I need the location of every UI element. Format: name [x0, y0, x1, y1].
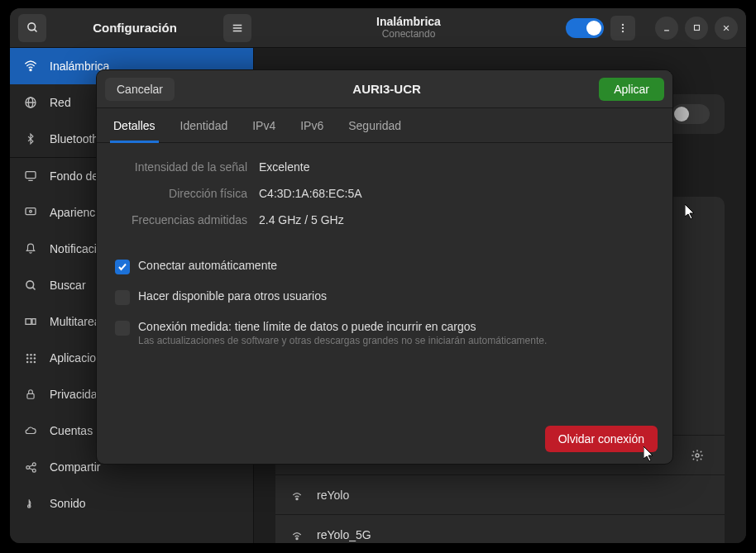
network-row[interactable]: reYolo_5G [275, 514, 725, 543]
svg-line-37 [29, 465, 32, 466]
network-name: reYolo_5G [317, 528, 371, 541]
grid-icon [23, 352, 38, 365]
maximize-button[interactable] [685, 17, 708, 40]
svg-point-5 [622, 23, 624, 25]
hamburger-icon [232, 22, 243, 34]
svg-point-34 [26, 465, 29, 469]
metered-sublabel: Las actualizaciones de software y otras … [138, 335, 547, 346]
mac-value: C4:3D:1A:68:EC:5A [259, 187, 362, 200]
sound-icon [23, 497, 38, 510]
multi-icon [23, 315, 38, 328]
maximize-icon [693, 24, 701, 31]
sidebar-item-label: Sonido [50, 497, 86, 510]
freq-value: 2.4 GHz / 5 GHz [259, 213, 344, 226]
globe-icon [23, 96, 38, 109]
svg-point-28 [30, 357, 32, 360]
svg-point-42 [296, 498, 298, 499]
sidebar-item[interactable]: Sonido [10, 485, 253, 522]
cloud-icon [23, 425, 38, 436]
svg-rect-16 [26, 172, 36, 179]
tab-detalles[interactable]: Detalles [113, 108, 156, 142]
wifi-toggle[interactable] [566, 18, 604, 38]
svg-point-19 [30, 210, 32, 212]
signal-label: Intensidad de la señal [115, 160, 247, 174]
sidebar-item-label: Red [50, 96, 71, 109]
page-title: Inalámbrica [376, 16, 441, 28]
svg-rect-9 [694, 26, 699, 31]
checkbox-icon [115, 290, 130, 305]
search-button[interactable] [18, 14, 46, 42]
svg-line-38 [29, 468, 32, 470]
page-subtitle: Conectando [382, 29, 436, 40]
svg-line-1 [34, 29, 36, 31]
tab-ipv4[interactable]: IPv4 [252, 108, 275, 142]
svg-point-20 [26, 280, 33, 288]
bell-icon [23, 242, 38, 255]
share-check[interactable]: Hacer disponible para otros usuarios [115, 286, 654, 308]
signal-value: Excelente [259, 160, 309, 174]
cancel-button[interactable]: Cancelar [105, 78, 175, 101]
more-button[interactable] [610, 16, 635, 41]
tab-ipv6[interactable]: IPv6 [300, 108, 323, 142]
wifi-signal-icon [290, 528, 305, 541]
titlebar: Configuración Inalámbrica Conectando [10, 8, 746, 48]
dialog-title: AURI3-UCR [175, 82, 599, 96]
svg-line-21 [32, 287, 35, 289]
display-icon [23, 169, 38, 183]
bt-icon [23, 132, 38, 145]
svg-point-35 [32, 462, 36, 465]
svg-rect-23 [32, 319, 36, 325]
sidebar-item-label: Bluetooth [50, 132, 98, 145]
svg-point-12 [30, 69, 31, 71]
sidebar-item-label: Multitarea [50, 315, 100, 328]
dots-vertical-icon [617, 22, 629, 34]
svg-point-29 [33, 357, 36, 360]
tab-identidad[interactable]: Identidad [180, 108, 228, 142]
forget-button[interactable]: Olvidar conexión [545, 426, 658, 452]
svg-point-30 [26, 360, 28, 363]
hamburger-button[interactable] [223, 14, 251, 42]
appearance-icon [23, 206, 38, 219]
wifi-icon [23, 60, 38, 73]
svg-point-27 [26, 357, 28, 360]
checkbox-icon [115, 321, 130, 336]
auto-connect-label: Conectar automáticamente [138, 259, 277, 272]
metered-label: Conexión medida: tiene límite de datos o… [138, 320, 476, 333]
network-row[interactable]: reYolo [275, 474, 725, 514]
auto-connect-check[interactable]: Conectar automáticamente [115, 255, 654, 278]
tab-seguridad[interactable]: Seguridad [348, 108, 401, 142]
wifi-signal-icon [290, 489, 305, 502]
search-icon [26, 21, 39, 34]
network-name: reYolo [317, 489, 349, 502]
dialog-body: Intensidad de la señal Excelente Direcci… [97, 143, 672, 414]
close-icon [722, 24, 730, 32]
svg-point-43 [296, 537, 298, 539]
close-button[interactable] [715, 17, 738, 40]
svg-point-25 [30, 353, 32, 355]
mac-label: Dirección física [115, 187, 247, 200]
apply-button[interactable]: Aplicar [599, 78, 664, 101]
minimize-icon [663, 24, 671, 32]
svg-point-0 [27, 23, 35, 31]
svg-point-26 [33, 353, 36, 355]
share-label: Hacer disponible para otros usuarios [138, 289, 327, 303]
app-title: Configuración [55, 21, 215, 35]
network-settings-button[interactable] [685, 443, 710, 468]
sidebar-item-label: Compartir [50, 460, 100, 474]
share-icon [23, 461, 38, 474]
svg-point-36 [32, 469, 36, 472]
svg-rect-18 [26, 208, 36, 215]
svg-point-7 [622, 30, 624, 31]
metered-check[interactable]: Conexión medida: tiene límite de datos o… [115, 317, 654, 350]
dialog-tabs: DetallesIdentidadIPv4IPv6Seguridad [97, 108, 672, 143]
svg-point-41 [696, 454, 699, 457]
minimize-button[interactable] [655, 17, 678, 40]
checkbox-checked-icon [115, 260, 130, 274]
svg-point-32 [33, 360, 36, 363]
svg-rect-22 [26, 319, 31, 325]
airplane-toggle[interactable] [672, 104, 710, 124]
sidebar-item-label: Buscar [50, 279, 86, 292]
search-icon [23, 279, 38, 292]
svg-rect-33 [27, 393, 34, 398]
freq-label: Frecuencias admitidas [115, 213, 247, 226]
